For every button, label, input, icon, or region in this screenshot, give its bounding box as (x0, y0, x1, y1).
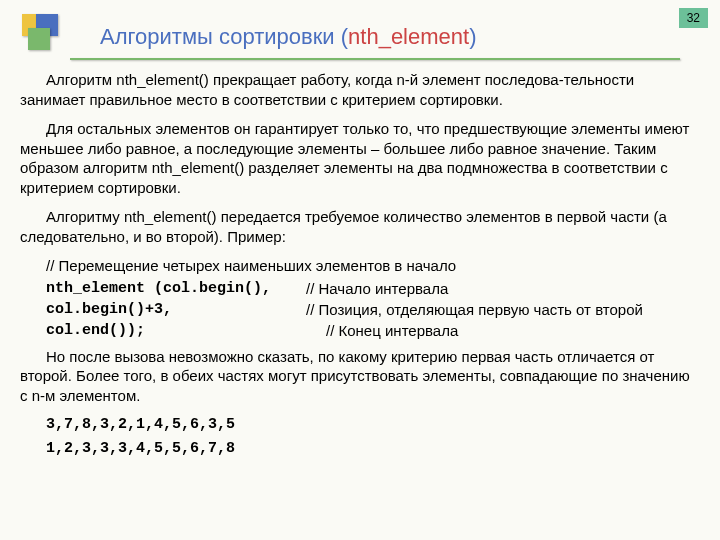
code-comment: // Позиция, отделяющая первую часть от в… (306, 301, 643, 318)
code-line: nth_element (col.begin(), // Начало инте… (20, 280, 700, 297)
code-line: col.end()); // Конец интервала (20, 322, 700, 339)
sequence: 1,2,3,3,3,4,5,5,6,7,8 (20, 439, 700, 459)
title-suffix: ) (469, 24, 476, 49)
code-text: col.begin()+3, (46, 301, 306, 318)
code-text: col.end()); (46, 322, 326, 339)
code-line: col.begin()+3, // Позиция, отделяющая пе… (20, 301, 700, 318)
page-number: 32 (679, 8, 708, 28)
title-prefix: Алгоритмы сортировки ( (100, 24, 348, 49)
sequence: 3,7,8,3,2,1,4,5,6,3,5 (20, 415, 700, 435)
code-text: nth_element (col.begin(), (46, 280, 306, 297)
slide-title: Алгоритмы сортировки (nth_element) (100, 24, 476, 50)
paragraph: Для остальных элементов он гарантирует т… (20, 119, 700, 197)
title-underline (70, 58, 680, 60)
code-comment: // Начало интервала (306, 280, 448, 297)
title-highlight: nth_element (348, 24, 469, 49)
logo (22, 14, 66, 58)
code-comment: // Перемещение четырех наименьших элемен… (20, 256, 700, 276)
paragraph: Алгоритму nth_element() передается требу… (20, 207, 700, 246)
paragraph: Но после вызова невозможно сказать, по к… (20, 347, 700, 406)
logo-square-green (28, 28, 50, 50)
slide-body: Алгоритм nth_element() прекращает работу… (20, 70, 700, 462)
paragraph: Алгоритм nth_element() прекращает работу… (20, 70, 700, 109)
code-comment: // Конец интервала (326, 322, 458, 339)
